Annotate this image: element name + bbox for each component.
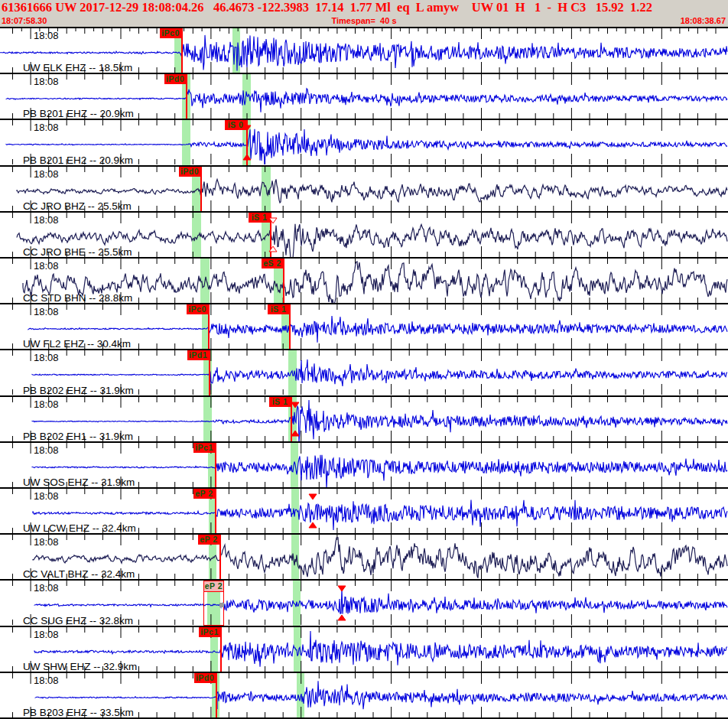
trace-panel-b201[interactable]: 18:08 PB B201 EH2 -- 20.9km iS 0 — [0, 119, 728, 164]
station-distance-label: PB B202 EH1 -- 31.9km — [23, 431, 133, 441]
trace-minute-label: 18:08 — [34, 582, 59, 594]
trace-panel-b201[interactable]: 18:08 PB B201 EHZ -- 20.9km iPd0 — [0, 73, 728, 119]
trace-panel-stack: 18:08 UW ELK EHZ -- 18.5km iPc0 18:08 PB… — [0, 27, 728, 719]
pick-time-line[interactable] — [283, 259, 284, 303]
event-summary-text: 61361666 UW 2017-12-29 18:08:04.26 46.46… — [2, 0, 728, 15]
pick-time-line[interactable] — [220, 627, 222, 672]
station-distance-label: CC VALT BHZ -- 32.4km — [23, 568, 135, 579]
trace-minute-label: 18:08 — [34, 214, 59, 226]
trace-panel-b202[interactable]: 18:08 PB B202 EH1 -- 31.9km iS 1 — [0, 395, 728, 441]
pick-phase-label[interactable]: iPd0 — [179, 167, 200, 177]
pick-time-line[interactable] — [208, 304, 210, 349]
pick-phase-label[interactable]: eS 2 — [262, 259, 283, 268]
pick-phase-label[interactable]: iPd1 — [187, 350, 209, 360]
amplitude-marker-square — [219, 603, 224, 607]
trace-panel-jro[interactable]: 18:08 CC JRO BHZ -- 25.5km iPd0 — [0, 165, 728, 211]
pick-phase-label[interactable]: iPd0 — [194, 673, 216, 683]
trace-minute-label: 18:08 — [34, 168, 59, 180]
trace-minute-label: 18:08 — [34, 352, 59, 363]
station-distance-label: UW FL2 EHZ -- 30.4km — [23, 338, 131, 349]
pick-phase-label[interactable]: iPd0 — [164, 74, 186, 84]
station-distance-label: PB B201 EH2 -- 20.9km — [23, 155, 133, 165]
station-distance-label: PB B202 EHZ -- 31.9km — [23, 385, 134, 395]
trace-minute-label: 18:08 — [34, 490, 59, 502]
trace-minute-label: 18:08 — [34, 30, 59, 41]
pick-phase-label[interactable]: eP 2 — [193, 489, 215, 499]
pick-time-line[interactable] — [181, 28, 183, 73]
arrival-marker-triangle[interactable] — [291, 434, 300, 441]
trace-panel-lcw[interactable]: 18:08 UW LCW EHZ -- 32.4km eP 2 — [0, 487, 728, 533]
trace-minute-label: 18:08 — [34, 76, 59, 87]
trace-minute-label: 18:08 — [34, 536, 59, 548]
station-distance-label: UW LCW EHZ -- 32.4km — [23, 522, 136, 533]
trace-panel-shw[interactable]: 18:08 UW SHW EHZ -- 32.9km iPc1 — [0, 626, 728, 672]
trace-panel-sos[interactable]: 18:08 UW SOS EHZ -- 31.9km iPc1 — [0, 441, 728, 487]
trace-minute-label: 18:08 — [34, 399, 59, 410]
arrival-marker-triangle[interactable] — [308, 525, 317, 532]
pick-time-line[interactable] — [215, 489, 216, 533]
trace-panel-sug[interactable]: 18:08 CC SUG EHZ -- 32.8km eP 2 — [0, 579, 728, 625]
pick-time-line[interactable] — [209, 350, 210, 395]
pick-phase-label[interactable]: iPc0 — [160, 28, 181, 38]
pick-time-line[interactable] — [215, 443, 216, 487]
pick-phase-label[interactable]: iPc1 — [193, 443, 215, 453]
trace-panel-std[interactable]: 18:08 CC STD BHN -- 28.8km eS 2 — [0, 257, 728, 303]
trace-minute-label: 18:08 — [34, 122, 59, 133]
station-distance-label: CC JRO BHZ -- 25.5km — [23, 200, 132, 211]
trace-minute-label: 18:08 — [34, 306, 59, 317]
trace-panel-valt[interactable]: 18:08 CC VALT BHZ -- 32.4km eP 2 — [0, 533, 728, 579]
arrival-marker-triangle[interactable] — [242, 158, 252, 164]
window-end-time: 18:08:38.67 — [681, 16, 726, 25]
station-distance-label: CC STD BHN -- 28.8km — [23, 292, 132, 303]
arrival-marker-triangle[interactable] — [337, 618, 346, 625]
station-distance-label: PB B203 EHZ -- 33.5km — [23, 707, 134, 717]
arrival-marker-triangle[interactable] — [242, 121, 252, 128]
station-distance-label: CC SUG EHZ -- 32.8km — [23, 615, 133, 626]
pick-phase-label[interactable]: iS 1 — [269, 397, 291, 407]
timespan-label: Timespan= 40 s — [0, 16, 728, 25]
pick-time-line[interactable] — [216, 673, 217, 717]
pick-phase-label[interactable]: eP 2 — [204, 581, 223, 592]
pick-phase-label[interactable]: iS 1 — [268, 304, 289, 314]
arrival-marker-triangle[interactable] — [291, 398, 300, 405]
trace-minute-label: 18:08 — [34, 629, 59, 640]
station-distance-label: UW SHW EHZ -- 32.9km — [23, 661, 137, 672]
trace-panel-elk[interactable]: 18:08 UW ELK EHZ -- 18.5km iPc0 — [0, 27, 728, 73]
pick-phase-label[interactable]: iPc1 — [199, 627, 220, 637]
station-distance-label: UW ELK EHZ -- 18.5km — [23, 62, 132, 73]
trace-minute-label: 18:08 — [34, 260, 59, 272]
arrival-marker-triangle[interactable] — [308, 490, 317, 496]
pick-phase-label[interactable]: eP 2 — [198, 535, 219, 545]
pick-time-line[interactable] — [186, 74, 187, 119]
station-distance-label: UW SOS EHZ -- 31.9km — [23, 477, 135, 487]
station-distance-label: CC JRO BHE -- 25.5km — [23, 246, 132, 257]
trace-minute-label: 18:08 — [34, 444, 59, 456]
pick-phase-label[interactable]: iS 1 — [249, 213, 270, 223]
pick-phase-label[interactable]: iPc0 — [187, 304, 208, 314]
arrival-marker-triangle[interactable] — [268, 249, 278, 256]
arrival-marker-triangle[interactable] — [268, 213, 278, 220]
trace-panel-fl2[interactable]: 18:08 UW FL2 EHZ -- 30.4km iPc0iS 1 — [0, 303, 728, 349]
trace-panel-b202[interactable]: 18:08 PB B202 EHZ -- 31.9km iPd1 — [0, 349, 728, 395]
pick-time-line[interactable] — [289, 304, 291, 349]
pick-time-line[interactable] — [219, 535, 221, 579]
trace-panel-b203[interactable]: 18:08 PB B203 EHZ -- 33.5km iPd0 — [0, 672, 728, 717]
pick-time-line[interactable] — [200, 167, 202, 211]
station-distance-label: PB B201 EHZ -- 20.9km — [23, 108, 134, 119]
trace-panel-jro[interactable]: 18:08 CC JRO BHE -- 25.5km iS 1 — [0, 211, 728, 257]
seismogram-pick-window: { "header": { "line1": "61361666 UW 2017… — [0, 0, 728, 719]
arrival-marker-triangle[interactable] — [337, 581, 346, 588]
event-header-bar: 61361666 UW 2017-12-29 18:08:04.26 46.46… — [0, 0, 728, 27]
trace-minute-label: 18:08 — [34, 675, 59, 686]
